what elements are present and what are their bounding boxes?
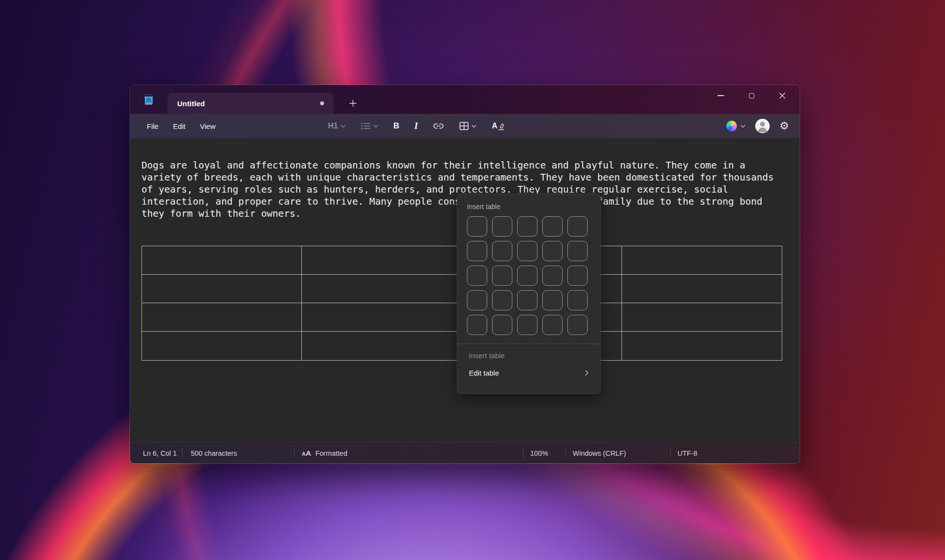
picker-cell[interactable] [517, 216, 537, 237]
picker-cell[interactable] [542, 290, 563, 310]
line-ending[interactable]: Windows (CRLF) [573, 443, 626, 464]
table-button[interactable] [456, 120, 480, 132]
maximize-button[interactable] [736, 85, 767, 106]
maximize-icon [749, 93, 754, 98]
unsaved-dot-icon [320, 101, 324, 105]
chevron-down-icon [740, 125, 746, 128]
picker-cell[interactable] [567, 241, 588, 261]
insert-table-dropdown: Insert table Insert table Edit table [457, 194, 601, 394]
text-line: variety of breeds, each with unique char… [141, 171, 788, 183]
table-icon [459, 122, 469, 130]
picker-cell[interactable] [567, 315, 588, 335]
bold-button[interactable]: B [391, 119, 402, 133]
picker-cell[interactable] [542, 315, 563, 335]
statusbar-divider [565, 448, 566, 458]
picker-row [467, 266, 591, 286]
menu-item-insert-table[interactable]: Insert table [467, 347, 591, 364]
picker-cell[interactable] [467, 290, 487, 310]
statusbar-divider [670, 448, 671, 458]
caption-buttons [705, 85, 798, 106]
formatting-aa-icon: AA [302, 449, 311, 458]
character-count: 500 characters [191, 443, 237, 464]
bullet-list-icon [361, 122, 371, 130]
table-cell[interactable] [622, 246, 782, 275]
copilot-button[interactable] [726, 121, 746, 131]
close-button[interactable] [767, 85, 798, 106]
picker-cell[interactable] [467, 216, 487, 237]
close-icon [779, 92, 786, 99]
picker-cell[interactable] [467, 266, 487, 286]
table-cell[interactable] [302, 275, 462, 303]
italic-button[interactable]: I [411, 119, 421, 133]
menu-item-view[interactable]: View [193, 119, 223, 133]
link-icon [433, 122, 444, 130]
table-cell[interactable] [622, 275, 782, 303]
menu-divider [457, 344, 600, 344]
text-line: Dogs are loyal and affectionate companio… [141, 159, 788, 171]
editor-area[interactable]: Dogs are loyal and affectionate companio… [130, 138, 800, 442]
tab-title: Untitled [177, 99, 205, 108]
picker-cell[interactable] [492, 266, 512, 286]
heading-label: H1 [328, 122, 338, 130]
menu-item-file[interactable]: File [140, 119, 166, 133]
picker-cell[interactable] [467, 315, 487, 335]
bold-label: B [394, 121, 399, 131]
picker-cell[interactable] [542, 216, 563, 237]
formatting-toolbar: H1 B I [325, 119, 508, 133]
picker-cell[interactable] [517, 266, 537, 286]
picker-cell[interactable] [542, 266, 563, 286]
formatted-label: Formatted [315, 449, 347, 457]
settings-gear-icon[interactable]: ⚙ [779, 121, 789, 131]
table-cell[interactable] [302, 246, 462, 275]
menu-bar: FileEditView [140, 119, 223, 133]
table-cell[interactable] [142, 303, 302, 332]
chevron-down-icon [340, 125, 346, 128]
encoding[interactable]: UTF-8 [677, 443, 697, 464]
table-cell[interactable] [142, 332, 302, 360]
insert-table-label: Insert table [469, 351, 505, 360]
table-cell[interactable] [302, 303, 462, 332]
picker-cell[interactable] [567, 266, 588, 286]
picker-cell[interactable] [492, 290, 512, 310]
statusbar-divider [523, 448, 523, 458]
statusbar-divider [182, 448, 183, 458]
heading-dropdown-button[interactable]: H1 [325, 120, 348, 132]
eraser-icon [498, 122, 505, 130]
table-cell[interactable] [622, 303, 782, 332]
insert-table-header: Insert table [467, 203, 591, 210]
menu-item-edit[interactable]: Edit [166, 119, 193, 133]
menu-toolbar: FileEditView H1 B I [130, 114, 800, 138]
account-button[interactable] [755, 119, 770, 133]
picker-cell[interactable] [492, 241, 512, 261]
table-cell[interactable] [302, 332, 462, 360]
picker-cell[interactable] [492, 216, 512, 237]
formatted-status[interactable]: AA Formatted [302, 443, 347, 464]
picker-row [467, 290, 591, 310]
tab-untitled[interactable]: Untitled [168, 93, 334, 114]
table-cell[interactable] [142, 246, 302, 275]
picker-cell[interactable] [517, 290, 537, 310]
clear-formatting-button[interactable]: A [489, 120, 508, 132]
picker-cell[interactable] [492, 315, 512, 335]
picker-cell[interactable] [542, 241, 563, 261]
minimize-icon [718, 95, 724, 96]
new-tab-button[interactable] [345, 95, 361, 112]
chevron-down-icon [471, 125, 477, 128]
picker-cell[interactable] [517, 241, 537, 261]
picker-cell[interactable] [467, 241, 487, 261]
plus-icon [349, 99, 357, 107]
picker-cell[interactable] [567, 216, 588, 237]
italic-label: I [414, 121, 418, 131]
list-dropdown-button[interactable] [358, 120, 381, 132]
picker-cell[interactable] [517, 315, 537, 335]
picker-cell[interactable] [567, 290, 588, 310]
minimize-button[interactable] [705, 85, 736, 106]
table-cell[interactable] [142, 275, 302, 303]
zoom-level[interactable]: 100% [530, 443, 548, 464]
table-cell[interactable] [622, 332, 782, 360]
menu-item-edit-table[interactable]: Edit table [467, 364, 591, 382]
status-bar: Ln 6, Col 1 500 characters AA Formatted … [130, 442, 800, 463]
link-button[interactable] [430, 120, 447, 132]
picker-row [467, 241, 591, 261]
edit-table-label: Edit table [469, 369, 499, 377]
